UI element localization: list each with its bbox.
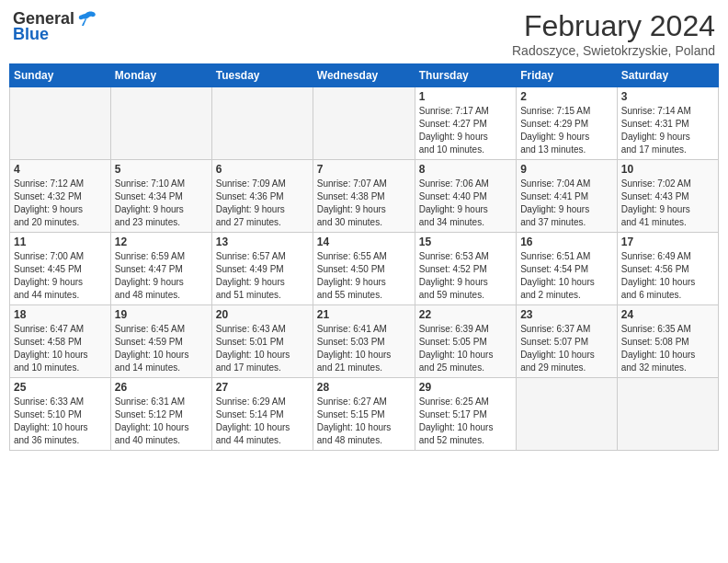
- calendar-cell: 21Sunrise: 6:41 AM Sunset: 5:03 PM Dayli…: [313, 305, 415, 378]
- weekday-header-saturday: Saturday: [617, 64, 718, 87]
- day-info: Sunrise: 6:43 AM Sunset: 5:01 PM Dayligh…: [216, 323, 309, 374]
- day-info: Sunrise: 6:39 AM Sunset: 5:05 PM Dayligh…: [419, 323, 512, 374]
- calendar-cell: 7Sunrise: 7:07 AM Sunset: 4:38 PM Daylig…: [313, 160, 415, 233]
- day-number: 18: [14, 308, 107, 321]
- day-number: 19: [115, 308, 208, 321]
- calendar-cell: 26Sunrise: 6:31 AM Sunset: 5:12 PM Dayli…: [110, 378, 211, 451]
- calendar-cell: 28Sunrise: 6:27 AM Sunset: 5:15 PM Dayli…: [313, 378, 415, 451]
- calendar-cell: 17Sunrise: 6:49 AM Sunset: 4:56 PM Dayli…: [617, 233, 718, 305]
- day-number: 25: [14, 381, 107, 394]
- location-subtitle: Radoszyce, Swietokrzyskie, Poland: [512, 43, 715, 58]
- calendar-table: SundayMondayTuesdayWednesdayThursdayFrid…: [9, 63, 719, 451]
- day-number: 22: [419, 308, 512, 321]
- day-info: Sunrise: 6:29 AM Sunset: 5:14 PM Dayligh…: [216, 396, 309, 447]
- day-info: Sunrise: 6:41 AM Sunset: 5:03 PM Dayligh…: [317, 323, 411, 374]
- calendar-week-row: 25Sunrise: 6:33 AM Sunset: 5:10 PM Dayli…: [10, 378, 719, 451]
- day-info: Sunrise: 6:27 AM Sunset: 5:15 PM Dayligh…: [317, 396, 411, 447]
- day-number: 6: [216, 163, 309, 176]
- day-info: Sunrise: 7:06 AM Sunset: 4:40 PM Dayligh…: [419, 178, 512, 229]
- day-info: Sunrise: 7:04 AM Sunset: 4:41 PM Dayligh…: [520, 178, 613, 229]
- day-number: 13: [216, 236, 309, 248]
- calendar-cell: [10, 87, 111, 160]
- day-info: Sunrise: 7:14 AM Sunset: 4:31 PM Dayligh…: [621, 105, 714, 156]
- day-info: Sunrise: 6:49 AM Sunset: 4:56 PM Dayligh…: [621, 250, 714, 302]
- day-number: 14: [317, 236, 411, 248]
- logo-bird-icon: [76, 11, 97, 28]
- day-number: 12: [115, 236, 208, 248]
- calendar-cell: 1Sunrise: 7:17 AM Sunset: 4:27 PM Daylig…: [415, 87, 516, 160]
- day-number: 7: [317, 163, 411, 176]
- calendar-cell: 11Sunrise: 7:00 AM Sunset: 4:45 PM Dayli…: [10, 233, 111, 305]
- day-info: Sunrise: 6:57 AM Sunset: 4:49 PM Dayligh…: [216, 250, 309, 302]
- calendar-cell: 6Sunrise: 7:09 AM Sunset: 4:36 PM Daylig…: [211, 160, 313, 233]
- day-info: Sunrise: 7:07 AM Sunset: 4:38 PM Dayligh…: [317, 178, 411, 229]
- calendar-cell: 5Sunrise: 7:10 AM Sunset: 4:34 PM Daylig…: [110, 160, 211, 233]
- day-number: 2: [520, 90, 613, 103]
- calendar-cell: 27Sunrise: 6:29 AM Sunset: 5:14 PM Dayli…: [211, 378, 313, 451]
- calendar-week-row: 1Sunrise: 7:17 AM Sunset: 4:27 PM Daylig…: [10, 87, 719, 160]
- day-info: Sunrise: 6:35 AM Sunset: 5:08 PM Dayligh…: [621, 323, 714, 374]
- calendar-cell: 10Sunrise: 7:02 AM Sunset: 4:43 PM Dayli…: [617, 160, 718, 233]
- weekday-header-wednesday: Wednesday: [313, 64, 415, 87]
- calendar-week-row: 18Sunrise: 6:47 AM Sunset: 4:58 PM Dayli…: [10, 305, 719, 378]
- calendar-cell: 4Sunrise: 7:12 AM Sunset: 4:32 PM Daylig…: [10, 160, 111, 233]
- day-info: Sunrise: 6:25 AM Sunset: 5:17 PM Dayligh…: [419, 396, 512, 447]
- month-year-title: February 2024: [512, 9, 715, 43]
- day-number: 9: [520, 163, 613, 176]
- calendar-cell: 14Sunrise: 6:55 AM Sunset: 4:50 PM Dayli…: [313, 233, 415, 305]
- calendar-cell: 23Sunrise: 6:37 AM Sunset: 5:07 PM Dayli…: [517, 305, 618, 378]
- calendar-cell: 9Sunrise: 7:04 AM Sunset: 4:41 PM Daylig…: [517, 160, 618, 233]
- calendar-cell: 3Sunrise: 7:14 AM Sunset: 4:31 PM Daylig…: [617, 87, 718, 160]
- calendar-cell: 19Sunrise: 6:45 AM Sunset: 4:59 PM Dayli…: [110, 305, 211, 378]
- day-info: Sunrise: 6:53 AM Sunset: 4:52 PM Dayligh…: [419, 250, 512, 302]
- weekday-header-friday: Friday: [517, 64, 618, 87]
- calendar-cell: 13Sunrise: 6:57 AM Sunset: 4:49 PM Dayli…: [211, 233, 313, 305]
- logo: General Blue: [13, 9, 97, 44]
- day-info: Sunrise: 7:15 AM Sunset: 4:29 PM Dayligh…: [520, 105, 613, 156]
- calendar-week-row: 11Sunrise: 7:00 AM Sunset: 4:45 PM Dayli…: [10, 233, 719, 305]
- day-number: 24: [621, 308, 714, 321]
- day-info: Sunrise: 7:02 AM Sunset: 4:43 PM Dayligh…: [621, 178, 714, 229]
- day-info: Sunrise: 6:37 AM Sunset: 5:07 PM Dayligh…: [520, 323, 613, 374]
- day-number: 20: [216, 308, 309, 321]
- day-number: 28: [317, 381, 411, 394]
- day-info: Sunrise: 6:45 AM Sunset: 4:59 PM Dayligh…: [115, 323, 208, 374]
- calendar-cell: 18Sunrise: 6:47 AM Sunset: 4:58 PM Dayli…: [10, 305, 111, 378]
- day-number: 3: [621, 90, 714, 103]
- calendar-cell: [211, 87, 313, 160]
- day-info: Sunrise: 6:31 AM Sunset: 5:12 PM Dayligh…: [115, 396, 208, 447]
- day-number: 15: [419, 236, 512, 248]
- title-block: February 2024 Radoszyce, Swietokrzyskie,…: [512, 9, 715, 58]
- weekday-header-sunday: Sunday: [10, 64, 111, 87]
- day-info: Sunrise: 6:55 AM Sunset: 4:50 PM Dayligh…: [317, 250, 411, 302]
- day-number: 10: [621, 163, 714, 176]
- day-number: 5: [115, 163, 208, 176]
- calendar-cell: [313, 87, 415, 160]
- day-number: 8: [419, 163, 512, 176]
- day-number: 4: [14, 163, 107, 176]
- weekday-header-tuesday: Tuesday: [211, 64, 313, 87]
- day-info: Sunrise: 7:09 AM Sunset: 4:36 PM Dayligh…: [216, 178, 309, 229]
- calendar-cell: 29Sunrise: 6:25 AM Sunset: 5:17 PM Dayli…: [415, 378, 516, 451]
- weekday-header-thursday: Thursday: [415, 64, 516, 87]
- calendar-cell: [517, 378, 618, 451]
- calendar-cell: 16Sunrise: 6:51 AM Sunset: 4:54 PM Dayli…: [517, 233, 618, 305]
- calendar-cell: 24Sunrise: 6:35 AM Sunset: 5:08 PM Dayli…: [617, 305, 718, 378]
- day-number: 29: [419, 381, 512, 394]
- day-number: 26: [115, 381, 208, 394]
- day-info: Sunrise: 7:12 AM Sunset: 4:32 PM Dayligh…: [14, 178, 107, 229]
- day-info: Sunrise: 6:33 AM Sunset: 5:10 PM Dayligh…: [14, 396, 107, 447]
- day-number: 21: [317, 308, 411, 321]
- calendar-cell: 2Sunrise: 7:15 AM Sunset: 4:29 PM Daylig…: [517, 87, 618, 160]
- day-info: Sunrise: 6:59 AM Sunset: 4:47 PM Dayligh…: [115, 250, 208, 302]
- day-number: 23: [520, 308, 613, 321]
- day-number: 17: [621, 236, 714, 248]
- calendar-cell: 12Sunrise: 6:59 AM Sunset: 4:47 PM Dayli…: [110, 233, 211, 305]
- calendar-cell: 25Sunrise: 6:33 AM Sunset: 5:10 PM Dayli…: [10, 378, 111, 451]
- day-info: Sunrise: 6:47 AM Sunset: 4:58 PM Dayligh…: [14, 323, 107, 374]
- day-number: 16: [520, 236, 613, 248]
- calendar-cell: [617, 378, 718, 451]
- calendar-cell: 15Sunrise: 6:53 AM Sunset: 4:52 PM Dayli…: [415, 233, 516, 305]
- day-info: Sunrise: 6:51 AM Sunset: 4:54 PM Dayligh…: [520, 250, 613, 302]
- day-number: 1: [419, 90, 512, 103]
